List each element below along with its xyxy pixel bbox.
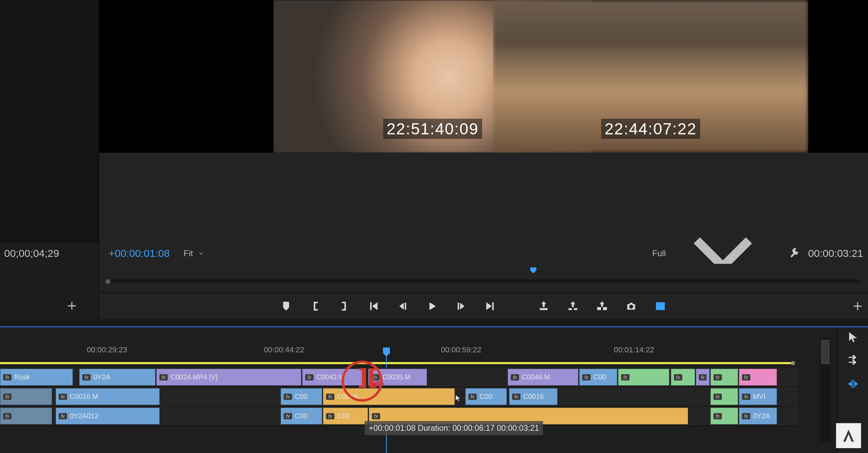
trim-edge-out[interactable] [362, 369, 366, 387]
comparison-view-icon[interactable] [654, 300, 666, 312]
play-icon[interactable] [426, 300, 438, 312]
fx-badge-icon: fx [326, 413, 334, 419]
video-track-v1[interactable]: fxfxC0016.MfxC00fxC0016.fxC00fxC0016fxfx… [0, 387, 799, 406]
clip[interactable]: fxC0042.M [302, 369, 364, 386]
clip[interactable]: fxC0046.M [508, 369, 578, 386]
tooltip-duration-b: 00:00:03:21 [497, 423, 539, 433]
clip[interactable]: fx [710, 388, 738, 405]
export-frame-multi-icon[interactable] [596, 300, 608, 312]
clip[interactable]: fxC00 [465, 388, 507, 405]
fx-badge-icon: fx [284, 413, 292, 419]
clip[interactable]: fxC0016.M [56, 388, 160, 405]
timecode-bar: 00;00;04;29 +00:00:01:08 Fit Full 00:00:… [0, 243, 868, 264]
go-to-out-icon[interactable] [484, 300, 496, 312]
clip-label: MVI [753, 393, 766, 401]
clip[interactable]: fx [0, 388, 52, 405]
zoom-level-select[interactable]: Fit [180, 247, 208, 260]
clip[interactable]: fxC00 [281, 408, 322, 425]
fx-badge-icon: fx [3, 394, 11, 400]
add-marker-icon[interactable] [280, 300, 292, 312]
clip[interactable]: fx0Y2A012 [56, 408, 160, 425]
clip-label: C0042.M [316, 373, 344, 381]
mark-out-icon[interactable] [339, 300, 350, 312]
lift-icon[interactable] [538, 300, 550, 312]
clip-label: 0Y2A [93, 373, 110, 381]
playhead-handle[interactable] [383, 347, 390, 353]
trim-offset-timecode[interactable]: +00:00:01:08 [99, 248, 180, 259]
rolling-edit-cursor-icon [372, 379, 384, 389]
tracks: fxRuskfx0Y2AfxC0024.MP4 [V]fxC0042.MfxC0… [0, 368, 799, 426]
work-area-bar[interactable] [0, 362, 792, 364]
fx-badge-icon: fx [468, 394, 477, 400]
video-watermark-logo [836, 423, 861, 448]
fx-badge-icon: fx [742, 413, 750, 419]
clip[interactable]: fx0Y2A [79, 369, 156, 386]
go-to-in-icon[interactable] [368, 300, 379, 312]
scrollbar-thumb[interactable] [821, 340, 829, 364]
source-timecode[interactable]: 00;00;04;29 [0, 243, 99, 264]
wrench-settings-icon[interactable] [790, 248, 801, 259]
track-select-tool-icon[interactable] [847, 354, 859, 366]
program-scrubber-row [0, 264, 868, 292]
clip[interactable]: fxMVI [739, 388, 777, 405]
fx-badge-icon: fx [372, 413, 380, 419]
clip[interactable]: fx [696, 369, 710, 386]
clip-label: C00 [295, 412, 308, 420]
fx-badge-icon: fx [305, 374, 314, 380]
fx-badge-icon: fx [3, 374, 11, 380]
ruler-tick: 00:01:14:22 [614, 345, 654, 354]
track-start-knob[interactable] [106, 279, 110, 284]
program-playhead-marker[interactable] [529, 267, 537, 274]
extract-icon[interactable] [567, 300, 579, 312]
fx-badge-icon: fx [713, 394, 722, 400]
clip[interactable]: fxRusk [0, 369, 73, 386]
burn-in-timecode: 22:51:40:09 [383, 119, 482, 139]
timeline-panel: 00:00:29:23 00:00:44:22 00:00:59:22 00:0… [0, 326, 868, 453]
time-ruler[interactable]: 00:00:29:23 00:00:44:22 00:00:59:22 00:0… [0, 345, 799, 361]
ruler-tick: 00:00:59:22 [441, 345, 481, 354]
timeline[interactable]: 00:00:29:23 00:00:44:22 00:00:59:22 00:0… [0, 327, 799, 453]
clip[interactable]: fxC0024.MP4 [V] [156, 369, 301, 386]
clip[interactable]: fx [671, 369, 695, 386]
selection-tool-icon[interactable] [847, 331, 859, 343]
step-back-icon[interactable] [397, 300, 409, 312]
work-area-handle[interactable] [791, 361, 795, 365]
program-timecode[interactable]: 00:00:03:21 [808, 248, 868, 259]
clip-label: C0035.M [382, 373, 410, 381]
ruler-tick: 00:00:29:23 [87, 345, 127, 354]
clip-label: C00 [295, 393, 308, 401]
clip[interactable]: fxC0016 [509, 388, 558, 405]
camera-export-icon[interactable] [625, 300, 637, 312]
clip[interactable]: fx [618, 369, 669, 386]
clip[interactable]: fxC00 [579, 369, 617, 386]
program-monitor[interactable]: 22:51:40:09 22:44:07:22 [99, 0, 868, 153]
clip-label: Rusk [14, 373, 30, 381]
step-forward-icon[interactable] [455, 300, 467, 312]
clip[interactable]: fx [710, 408, 738, 425]
clip[interactable]: fx [739, 369, 777, 386]
fx-badge-icon: fx [742, 394, 750, 400]
program-position-track[interactable] [108, 279, 861, 283]
burn-in-timecode: 22:44:07:22 [601, 119, 700, 139]
clip-label: C0016.M [70, 393, 98, 401]
fx-badge-icon: fx [3, 413, 11, 419]
clip[interactable]: fx0Y2A [739, 408, 777, 425]
video-track-v2[interactable]: fxRuskfx0Y2AfxC0024.MP4 [V]fxC0042.MfxC0… [0, 368, 799, 387]
add-button-icon[interactable] [852, 300, 863, 312]
fx-badge-icon: fx [82, 374, 91, 380]
add-button-icon[interactable] [66, 300, 78, 312]
fx-badge-icon: fx [742, 374, 750, 380]
tooltip-duration-label: Duration: [418, 423, 450, 433]
ripple-edit-tool-icon[interactable] [847, 378, 859, 390]
clip[interactable]: fx [710, 369, 738, 386]
left-source-panel [0, 0, 99, 243]
clip[interactable]: fxC00 [281, 388, 322, 405]
clip[interactable]: fx [0, 408, 52, 425]
mark-in-icon[interactable] [309, 300, 321, 312]
clip[interactable]: fxC00 [323, 408, 368, 425]
fx-badge-icon: fx [59, 413, 67, 419]
clip[interactable]: fxC0016. [323, 388, 455, 405]
fx-badge-icon: fx [159, 374, 168, 380]
scrubber-left-pad [0, 264, 99, 292]
timeline-vertical-scrollbar[interactable] [820, 338, 831, 442]
